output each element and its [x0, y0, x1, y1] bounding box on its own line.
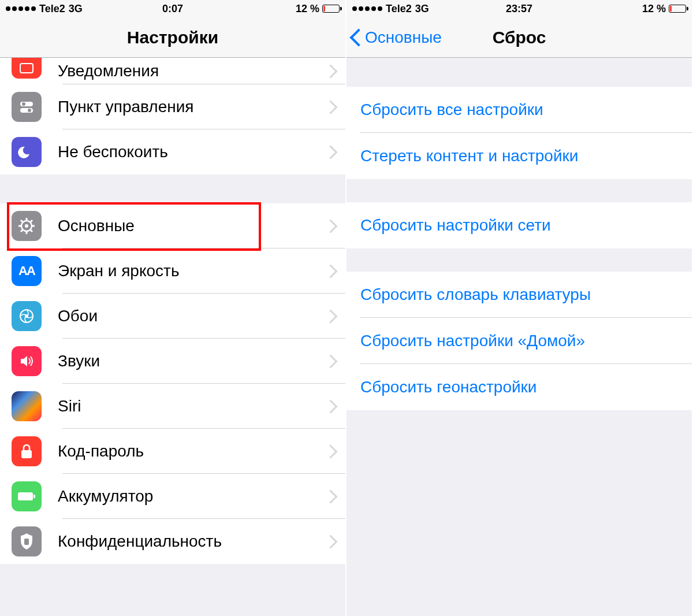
row-label: Сбросить настройки «Домой» — [360, 332, 585, 350]
svg-rect-0 — [20, 64, 33, 73]
gear-icon — [12, 211, 42, 241]
settings-row-dnd[interactable]: Не беспокоить — [0, 129, 345, 175]
svg-rect-17 — [21, 450, 32, 458]
status-time: 23:57 — [506, 3, 532, 15]
svg-line-11 — [21, 220, 23, 222]
reset-all-settings[interactable]: Сбросить все настройки — [346, 87, 692, 133]
battery-icon — [12, 481, 42, 511]
page-title: Сброс — [493, 28, 546, 47]
row-label: Сбросить словарь клавиатуры — [360, 285, 591, 304]
carrier-label: Tele2 — [39, 3, 65, 15]
chevron-right-icon — [326, 354, 334, 368]
siri-icon — [12, 391, 42, 421]
row-label: Обои — [58, 307, 326, 325]
signal-icon — [352, 6, 382, 11]
svg-line-12 — [31, 230, 32, 232]
status-right: 12 % — [296, 3, 340, 15]
group-gap — [346, 58, 692, 87]
carrier-label: Tele2 — [386, 3, 412, 15]
settings-group-1: Уведомления Пункт управления Не беспокои… — [0, 58, 345, 175]
chevron-right-icon — [326, 64, 334, 78]
battery-pct: 12 % — [642, 3, 666, 15]
row-label: Пункт управления — [58, 98, 326, 116]
chevron-right-icon — [326, 264, 334, 278]
status-left: Tele2 3G — [352, 3, 429, 15]
nav-bar: Основные Сброс — [346, 17, 692, 58]
reset-group-3: Сбросить словарь клавиатуры Сбросить нас… — [346, 272, 692, 410]
settings-row-general[interactable]: Основные — [0, 203, 345, 248]
settings-row-notifications[interactable]: Уведомления — [0, 58, 345, 84]
network-label: 3G — [69, 3, 83, 15]
row-label: Код-пароль — [58, 442, 326, 461]
battery-icon — [669, 5, 686, 13]
group-gap — [0, 175, 345, 203]
dnd-icon — [12, 137, 42, 167]
status-time: 0:07 — [162, 3, 183, 15]
group-gap — [346, 179, 692, 202]
chevron-left-icon — [352, 29, 363, 46]
settings-row-privacy[interactable]: Конфиденциальность — [0, 519, 345, 564]
chevron-right-icon — [326, 444, 334, 458]
row-label: Siri — [58, 397, 326, 415]
status-left: Tele2 3G — [6, 3, 83, 15]
privacy-icon — [12, 526, 42, 556]
row-label: Конфиденциальность — [58, 532, 326, 551]
svg-line-14 — [31, 220, 32, 222]
lock-icon — [12, 436, 42, 466]
notifications-icon — [12, 58, 42, 79]
reset-keyboard-dictionary[interactable]: Сбросить словарь клавиатуры — [346, 272, 692, 318]
chevron-right-icon — [326, 489, 334, 503]
chevron-right-icon — [326, 145, 334, 159]
svg-line-13 — [21, 230, 23, 232]
chevron-right-icon — [326, 535, 334, 548]
sounds-icon — [12, 346, 42, 376]
status-bar: Tele2 3G 23:57 12 % — [346, 0, 692, 17]
svg-point-2 — [22, 102, 25, 106]
settings-row-display[interactable]: AA Экран и яркость — [0, 248, 345, 294]
reset-group-2: Сбросить настройки сети — [346, 202, 692, 248]
svg-rect-19 — [33, 495, 35, 498]
control-center-icon — [12, 92, 42, 122]
row-label: Сбросить все настройки — [360, 101, 543, 119]
reset-home-layout[interactable]: Сбросить настройки «Домой» — [346, 318, 692, 364]
nav-bar: Настройки — [0, 17, 345, 58]
back-label: Основные — [365, 28, 442, 47]
chevron-right-icon — [326, 399, 334, 413]
row-label: Сбросить геонастройки — [360, 378, 537, 396]
status-right: 12 % — [642, 3, 686, 15]
reset-group-1: Сбросить все настройки Стереть контент и… — [346, 87, 692, 179]
row-label: Уведомления — [58, 62, 326, 80]
page-title: Настройки — [127, 28, 218, 47]
row-label: Аккумулятор — [58, 487, 326, 506]
row-label: Основные — [58, 217, 326, 235]
settings-group-2: Основные AA Экран и яркость Обои Звуки S… — [0, 203, 345, 564]
settings-screen: Tele2 3G 0:07 12 % Настройки Уведомления… — [0, 0, 346, 616]
settings-row-siri[interactable]: Siri — [0, 384, 345, 429]
reset-location-privacy[interactable]: Сбросить геонастройки — [346, 364, 692, 410]
wallpaper-icon — [12, 301, 42, 331]
settings-row-battery[interactable]: Аккумулятор — [0, 474, 345, 519]
battery-pct: 12 % — [296, 3, 319, 15]
svg-rect-18 — [18, 492, 33, 500]
settings-row-wallpaper[interactable]: Обои — [0, 294, 345, 339]
reset-network-settings[interactable]: Сбросить настройки сети — [346, 202, 692, 248]
chevron-right-icon — [326, 309, 334, 323]
row-label: Не беспокоить — [58, 143, 326, 161]
group-gap — [346, 248, 692, 272]
svg-point-4 — [28, 109, 31, 112]
settings-row-sounds[interactable]: Звуки — [0, 339, 345, 384]
settings-row-passcode[interactable]: Код-пароль — [0, 429, 345, 474]
row-label: Стереть контент и настройки — [360, 147, 578, 165]
settings-row-control-center[interactable]: Пункт управления — [0, 84, 345, 129]
chevron-right-icon — [326, 100, 334, 114]
reset-screen: Tele2 3G 23:57 12 % Основные Сброс Сброс… — [346, 0, 693, 616]
row-label: Экран и яркость — [58, 262, 326, 280]
network-label: 3G — [415, 3, 429, 15]
row-label: Звуки — [58, 352, 326, 370]
battery-icon — [322, 5, 340, 13]
back-button[interactable]: Основные — [352, 28, 442, 47]
chevron-right-icon — [326, 219, 334, 233]
erase-all-content[interactable]: Стереть контент и настройки — [346, 133, 692, 179]
row-label: Сбросить настройки сети — [360, 216, 551, 235]
signal-icon — [6, 6, 36, 11]
